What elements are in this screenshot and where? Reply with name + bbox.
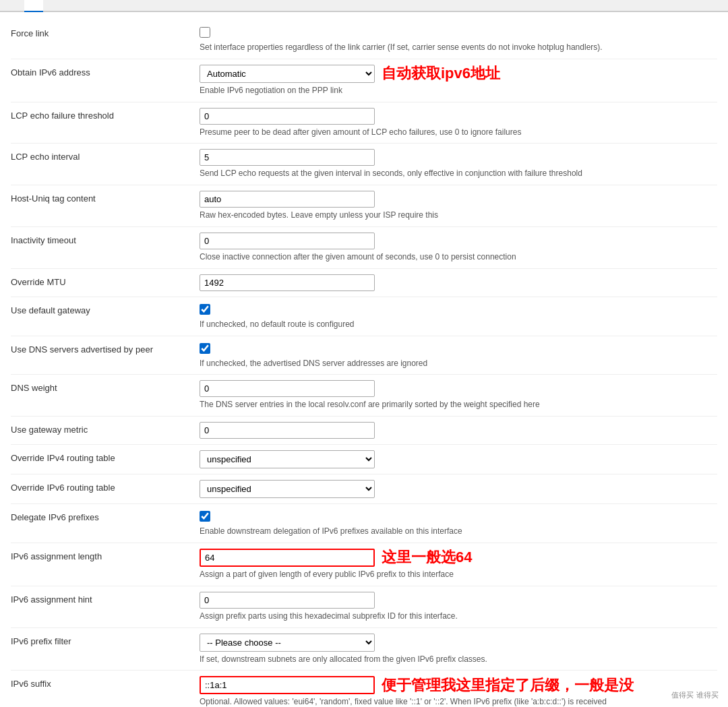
input-lcp-echo-failure[interactable] bbox=[200, 108, 375, 125]
input-inactivity-timeout[interactable] bbox=[200, 233, 375, 249]
annotation-obtain-ipv6: 自动获取ipv6地址 bbox=[382, 66, 500, 81]
control-delegate-ipv6-prefixes: Enable downstream delegation of IPv6 pre… bbox=[200, 510, 717, 537]
control-ipv6-assignment-hint: Assign prefix parts using this hexadecim… bbox=[200, 592, 717, 622]
select-override-ipv6-routing[interactable]: unspecified bbox=[200, 480, 375, 498]
label-ipv6-assignment-length: IPv6 assignment length bbox=[11, 549, 200, 561]
help-ipv6-prefix-filter: If set, downstream subnets are only allo… bbox=[200, 654, 617, 665]
row-delegate-ipv6-prefixes: Delegate IPv6 prefixesEnable downstream … bbox=[11, 504, 717, 543]
control-ipv6-suffix: 便于管理我这里指定了后缀，一般是没Optional. Allowed value… bbox=[200, 676, 717, 707]
checkbox-use-dns-servers[interactable] bbox=[200, 343, 210, 354]
label-ipv6-prefix-filter: IPv6 prefix filter bbox=[11, 634, 200, 646]
row-host-uniq-tag: Host-Uniq tag contentRaw hex-encoded byt… bbox=[11, 185, 717, 227]
control-override-ipv4-routing: unspecified bbox=[200, 450, 717, 468]
row-force-link: Force linkSet interface properties regar… bbox=[11, 20, 717, 59]
tab-firewall-settings[interactable] bbox=[43, 0, 62, 12]
control-host-uniq-tag: Raw hex-encoded bytes. Leave empty unles… bbox=[200, 191, 717, 221]
input-override-mtu[interactable] bbox=[200, 274, 375, 291]
input-host-uniq-tag[interactable] bbox=[200, 191, 375, 208]
row-obtain-ipv6: Obtain IPv6 addressAutomaticManualDisabl… bbox=[11, 59, 717, 102]
help-ipv6-assignment-length: Assign a part of given length of every p… bbox=[200, 569, 617, 580]
label-lcp-echo-failure: LCP echo failure threshold bbox=[11, 108, 200, 121]
input-ipv6-assignment-length[interactable] bbox=[200, 549, 375, 567]
help-inactivity-timeout: Close inactive connection after the give… bbox=[200, 251, 617, 263]
control-lcp-echo-interval: Send LCP echo requests at the given inte… bbox=[200, 149, 717, 179]
row-dns-weight: DNS weightThe DNS server entries in the … bbox=[11, 375, 717, 417]
row-ipv6-suffix: IPv6 suffix便于管理我这里指定了后缀，一般是没Optional. Al… bbox=[11, 671, 717, 707]
input-dns-weight[interactable] bbox=[200, 380, 375, 397]
settings-content: Force linkSet interface properties regar… bbox=[0, 12, 728, 707]
label-ipv6-assignment-hint: IPv6 assignment hint bbox=[11, 592, 200, 605]
label-use-gateway-metric: Use gateway metric bbox=[11, 422, 200, 435]
help-delegate-ipv6-prefixes: Enable downstream delegation of IPv6 pre… bbox=[200, 526, 617, 537]
help-force-link: Set interface properties regardless of t… bbox=[200, 42, 617, 53]
input-ipv6-assignment-hint[interactable] bbox=[200, 592, 375, 609]
label-override-ipv6-routing: Override IPv6 routing table bbox=[11, 480, 200, 493]
tab-dhcp-server[interactable] bbox=[62, 0, 81, 12]
label-inactivity-timeout: Inactivity timeout bbox=[11, 233, 200, 245]
annotation-ipv6-suffix: 便于管理我这里指定了后缀，一般是没 bbox=[382, 678, 634, 693]
row-ipv6-assignment-length: IPv6 assignment length这里一般选64Assign a pa… bbox=[11, 543, 717, 586]
row-override-ipv4-routing: Override IPv4 routing tableunspecified bbox=[11, 445, 717, 474]
label-force-link: Force link bbox=[11, 26, 200, 38]
input-use-gateway-metric[interactable] bbox=[200, 422, 375, 439]
input-ipv6-suffix[interactable] bbox=[200, 676, 375, 694]
control-inactivity-timeout: Close inactive connection after the give… bbox=[200, 233, 717, 263]
label-host-uniq-tag: Host-Uniq tag content bbox=[11, 191, 200, 204]
label-ipv6-suffix: IPv6 suffix bbox=[11, 676, 200, 689]
row-ipv6-prefix-filter: IPv6 prefix filter-- Please choose --If … bbox=[11, 628, 717, 671]
tab-bar bbox=[0, 0, 728, 12]
label-dns-weight: DNS weight bbox=[11, 380, 200, 393]
label-delegate-ipv6-prefixes: Delegate IPv6 prefixes bbox=[11, 510, 200, 522]
control-override-ipv6-routing: unspecified bbox=[200, 480, 717, 498]
help-lcp-echo-interval: Send LCP echo requests at the given inte… bbox=[200, 168, 617, 179]
help-use-default-gateway: If unchecked, no default route is config… bbox=[200, 319, 617, 330]
label-override-mtu: Override MTU bbox=[11, 274, 200, 287]
row-use-default-gateway: Use default gatewayIf unchecked, no defa… bbox=[11, 297, 717, 336]
tab-general-settings[interactable] bbox=[5, 0, 24, 12]
row-override-mtu: Override MTU bbox=[11, 269, 717, 297]
help-use-dns-servers: If unchecked, the advertised DNS server … bbox=[200, 358, 617, 369]
row-lcp-echo-failure: LCP echo failure thresholdPresume peer t… bbox=[11, 102, 717, 144]
row-override-ipv6-routing: Override IPv6 routing tableunspecified bbox=[11, 474, 717, 504]
label-lcp-echo-interval: LCP echo interval bbox=[11, 149, 200, 162]
control-use-default-gateway: If unchecked, no default route is config… bbox=[200, 303, 717, 330]
select-obtain-ipv6[interactable]: AutomaticManualDisabled bbox=[200, 65, 375, 83]
help-ipv6-suffix: Optional. Allowed values: 'eui64', 'rand… bbox=[200, 696, 617, 707]
help-ipv6-assignment-hint: Assign prefix parts using this hexadecim… bbox=[200, 611, 617, 622]
control-use-dns-servers: If unchecked, the advertised DNS server … bbox=[200, 342, 717, 369]
checkbox-force-link[interactable] bbox=[200, 27, 210, 38]
checkbox-delegate-ipv6-prefixes[interactable] bbox=[200, 511, 210, 522]
checkbox-use-default-gateway[interactable] bbox=[200, 304, 210, 315]
input-lcp-echo-interval[interactable] bbox=[200, 149, 375, 166]
row-use-dns-servers: Use DNS servers advertised by peerIf unc… bbox=[11, 336, 717, 375]
control-use-gateway-metric bbox=[200, 422, 717, 439]
control-lcp-echo-failure: Presume peer to be dead after given amou… bbox=[200, 108, 717, 138]
row-use-gateway-metric: Use gateway metric bbox=[11, 417, 717, 445]
control-dns-weight: The DNS server entries in the local reso… bbox=[200, 380, 717, 410]
label-obtain-ipv6: Obtain IPv6 address bbox=[11, 65, 200, 78]
select-ipv6-prefix-filter[interactable]: -- Please choose -- bbox=[200, 634, 375, 652]
help-host-uniq-tag: Raw hex-encoded bytes. Leave empty unles… bbox=[200, 210, 617, 221]
control-ipv6-assignment-length: 这里一般选64Assign a part of given length of … bbox=[200, 549, 717, 580]
control-override-mtu bbox=[200, 274, 717, 291]
tab-advanced-settings[interactable] bbox=[24, 0, 43, 12]
control-obtain-ipv6: AutomaticManualDisabled自动获取ipv6地址Enable … bbox=[200, 65, 717, 96]
row-inactivity-timeout: Inactivity timeoutClose inactive connect… bbox=[11, 227, 717, 269]
watermark: 值得买 谁得买 bbox=[667, 689, 723, 702]
help-lcp-echo-failure: Presume peer to be dead after given amou… bbox=[200, 127, 617, 138]
label-use-dns-servers: Use DNS servers advertised by peer bbox=[11, 342, 200, 355]
help-obtain-ipv6: Enable IPv6 negotiation on the PPP link bbox=[200, 85, 617, 96]
row-lcp-echo-interval: LCP echo intervalSend LCP echo requests … bbox=[11, 144, 717, 185]
label-use-default-gateway: Use default gateway bbox=[11, 303, 200, 315]
row-ipv6-assignment-hint: IPv6 assignment hintAssign prefix parts … bbox=[11, 586, 717, 628]
label-override-ipv4-routing: Override IPv4 routing table bbox=[11, 450, 200, 463]
control-ipv6-prefix-filter: -- Please choose --If set, downstream su… bbox=[200, 634, 717, 665]
annotation-ipv6-assignment-length: 这里一般选64 bbox=[382, 550, 472, 565]
control-force-link: Set interface properties regardless of t… bbox=[200, 26, 717, 53]
select-override-ipv4-routing[interactable]: unspecified bbox=[200, 450, 375, 468]
help-dns-weight: The DNS server entries in the local reso… bbox=[200, 399, 617, 410]
